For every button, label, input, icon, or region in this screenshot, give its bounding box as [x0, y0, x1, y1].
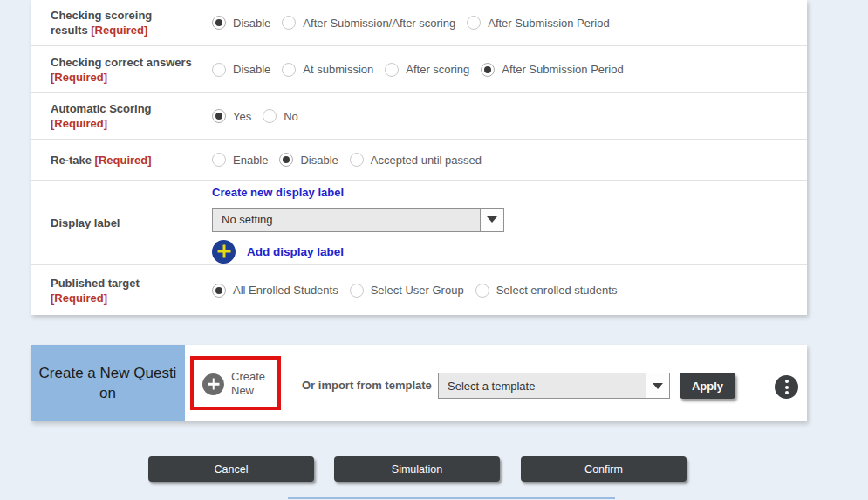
- radio-button[interactable]: [212, 16, 226, 30]
- radio-option[interactable]: Disable: [212, 16, 270, 30]
- plus-icon: [202, 373, 224, 395]
- template-select-value: Select a template: [439, 380, 535, 393]
- highlight-box: Create New: [190, 356, 281, 410]
- plus-icon[interactable]: [212, 240, 236, 264]
- required-badge: [Required]: [95, 154, 152, 167]
- radio-button[interactable]: [212, 109, 226, 123]
- display-label-select[interactable]: No setting: [212, 208, 504, 232]
- radio-button[interactable]: [279, 153, 293, 167]
- radio-button[interactable]: [212, 63, 226, 77]
- kebab-menu-icon[interactable]: [775, 375, 798, 399]
- create-question-card: Create a New Question Create New Or impo…: [31, 345, 807, 421]
- required-badge: [Required]: [91, 24, 147, 37]
- radio-button[interactable]: [212, 153, 226, 167]
- radio-option[interactable]: Yes: [212, 109, 251, 123]
- radio-option[interactable]: After Submission Period: [467, 16, 609, 30]
- add-display-label-row: Add display label: [212, 240, 504, 264]
- radio-option[interactable]: Accepted until passed: [350, 153, 482, 167]
- radio-option[interactable]: After scoring: [385, 63, 469, 77]
- required-badge: [Required]: [51, 117, 107, 130]
- radio-button[interactable]: [282, 63, 296, 77]
- bottom-scroll-indicator: [288, 497, 615, 499]
- radio-option[interactable]: Select enrolled students: [475, 284, 618, 298]
- add-display-label-link[interactable]: Add display label: [247, 245, 344, 258]
- radio-group: All Enrolled Students Select User Group …: [212, 284, 628, 298]
- row-checking-correct-answers: Checking correct answers [Required] Disa…: [31, 45, 807, 92]
- confirm-button[interactable]: Confirm: [521, 456, 687, 482]
- display-label-select-value: No setting: [213, 213, 273, 226]
- chevron-down-icon[interactable]: [646, 373, 669, 398]
- radio-option[interactable]: At submission: [282, 63, 373, 77]
- radio-option[interactable]: Select User Group: [350, 284, 464, 298]
- field-label: Checking correct answers [Required]: [31, 55, 192, 85]
- row-retake: Re-take [Required] Enable Disable Accept…: [31, 139, 807, 180]
- display-label-content: Create new display label No setting Add …: [212, 182, 504, 264]
- field-label: Automatic Scoring [Required]: [31, 101, 192, 131]
- template-select[interactable]: Select a template: [438, 373, 670, 399]
- apply-button[interactable]: Apply: [680, 373, 735, 399]
- row-published-target: Published target [Required] All Enrolled…: [31, 264, 807, 315]
- radio-group: Disable At submission After scoring Afte…: [212, 63, 635, 77]
- required-badge: [Required]: [51, 291, 107, 305]
- radio-option[interactable]: All Enrolled Students: [212, 284, 338, 298]
- radio-button[interactable]: [467, 16, 481, 30]
- import-from-template-label: Or import from template: [302, 379, 432, 392]
- radio-button[interactable]: [212, 284, 226, 298]
- field-label-text: Published target: [51, 277, 140, 290]
- row-automatic-scoring: Automatic Scoring [Required] Yes No: [31, 92, 807, 139]
- radio-button[interactable]: [350, 284, 364, 298]
- radio-button[interactable]: [282, 16, 296, 30]
- row-checking-scoring-results: Checking scoreing results [Required] Dis…: [31, 0, 807, 45]
- simulation-button[interactable]: Simulation: [334, 456, 500, 482]
- field-label: Published target [Required]: [31, 276, 192, 305]
- required-badge: [Required]: [51, 71, 107, 84]
- radio-group: Enable Disable Accepted until passed: [212, 153, 493, 167]
- field-label-text: Display label: [51, 216, 120, 229]
- create-new-button[interactable]: Create New: [202, 370, 273, 398]
- radio-group: Yes No: [212, 109, 310, 123]
- field-label-text: Checking correct answers: [51, 56, 192, 69]
- radio-button[interactable]: [481, 63, 495, 77]
- field-label: Re-take [Required]: [31, 153, 192, 168]
- field-label: Checking scoreing results [Required]: [31, 8, 192, 38]
- radio-option[interactable]: After Submission/After scoring: [282, 16, 455, 30]
- field-label-text: Re-take: [51, 154, 92, 167]
- radio-group: Disable After Submission/After scoring A…: [212, 16, 621, 30]
- field-label: Display label: [31, 216, 192, 230]
- section-title: Create a New Question: [31, 345, 185, 421]
- radio-option[interactable]: Enable: [212, 153, 268, 167]
- radio-option[interactable]: No: [263, 109, 298, 123]
- field-label-text: Automatic Scoring: [51, 102, 152, 115]
- radio-button[interactable]: [475, 284, 489, 298]
- radio-option[interactable]: Disable: [212, 63, 270, 77]
- create-new-display-label-link[interactable]: Create new display label: [212, 186, 344, 199]
- radio-button[interactable]: [350, 153, 364, 167]
- radio-button[interactable]: [385, 63, 399, 77]
- chevron-down-icon[interactable]: [480, 209, 503, 231]
- radio-button[interactable]: [263, 109, 277, 123]
- quiz-settings-card: Checking scoreing results [Required] Dis…: [31, 0, 807, 315]
- create-new-label: Create New: [231, 370, 273, 398]
- radio-option[interactable]: Disable: [279, 153, 338, 167]
- page: Checking scoreing results [Required] Dis…: [0, 0, 868, 500]
- radio-option[interactable]: After Submission Period: [481, 63, 623, 77]
- cancel-button[interactable]: Cancel: [148, 456, 314, 482]
- row-display-label: Display label Create new display label N…: [31, 180, 807, 264]
